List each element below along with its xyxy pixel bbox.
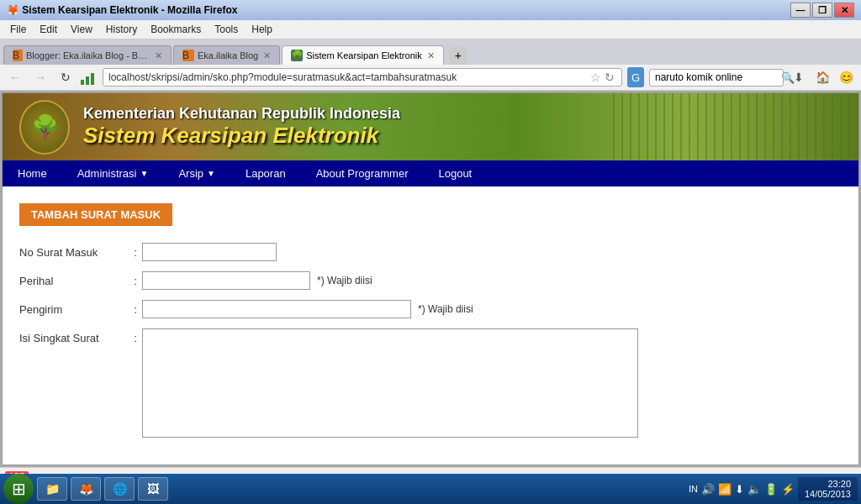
taskbar-firefox-icon: 🦊 (78, 481, 93, 496)
input-pengirim[interactable] (142, 300, 411, 318)
tab-sistem-icon: 🌳 (291, 50, 303, 61)
bookmark-star[interactable]: ☆ (590, 71, 601, 84)
colon-isi-singkat: : (129, 328, 142, 344)
nav-arsip-arrow: ▼ (207, 169, 215, 178)
tab-blogger-icon: B (13, 50, 23, 61)
tab-blogger[interactable]: B Blogger: Eka.ilaika Blog - Buat entri … (3, 45, 172, 65)
nav-laporan[interactable]: Laporan (230, 160, 301, 186)
signal-bar-3 (91, 73, 94, 85)
menu-view[interactable]: View (64, 22, 99, 37)
nav-administrasi-arrow: ▼ (140, 169, 148, 178)
signal-bar-2 (86, 76, 89, 85)
nav-administrasi[interactable]: Administrasi ▼ (62, 160, 164, 186)
download-icon[interactable]: ⬇ (789, 68, 809, 87)
taskbar: ⊞ 📁 🦊 🌐 🖼 IN 🔊 📶 ⬇ 🔈 🔋 ⚡ 23:20 14/05/201… (0, 474, 861, 504)
form-title: TAMBAH SURAT MASUK (19, 203, 172, 226)
textarea-isi-singkat[interactable] (142, 328, 638, 438)
reload-button[interactable]: ↻ (55, 68, 76, 87)
url-bar[interactable]: ☆ ↻ (103, 68, 622, 87)
systray-icon1: 🔊 (701, 483, 715, 496)
forward-button[interactable]: → (30, 68, 50, 87)
menu-file[interactable]: File (3, 22, 33, 37)
home-icon[interactable]: 🏠 (812, 68, 832, 87)
tab-sistem-label: Sistem Kearsipan Elektronik (306, 50, 422, 60)
systray: IN 🔊 📶 ⬇ 🔈 🔋 ⚡ (689, 483, 795, 496)
taskbar-chrome[interactable]: 🌐 (104, 477, 135, 501)
menu-history[interactable]: History (99, 22, 144, 37)
url-input[interactable] (108, 71, 589, 83)
clock-time: 23:20 (805, 479, 851, 489)
url-refresh[interactable]: ↻ (605, 71, 615, 84)
systray-icon6: ⚡ (781, 483, 795, 496)
site-nav: Home Administrasi ▼ Arsip ▼ Laporan Abou… (3, 160, 858, 186)
taskbar-clock: 23:20 14/05/2013 (798, 477, 858, 501)
taskbar-file-manager[interactable]: 📁 (37, 477, 67, 501)
input-no-surat[interactable] (142, 243, 277, 261)
website-frame: 🌳 Kementerian Kehutanan Republik Indones… (2, 92, 859, 465)
browser-logo: 🦊 (7, 4, 19, 16)
tab-eka-close[interactable]: ✕ (263, 50, 271, 61)
nav-arsip[interactable]: Arsip ▼ (163, 160, 230, 186)
start-button[interactable]: ⊞ (3, 474, 34, 504)
systray-icon4: 🔈 (747, 483, 761, 496)
menu-tools[interactable]: Tools (208, 22, 245, 37)
new-tab-button[interactable]: + (449, 46, 467, 65)
search-engine-icon: G (627, 67, 644, 87)
menu-edit[interactable]: Edit (33, 22, 64, 37)
menu-help[interactable]: Help (245, 22, 279, 37)
nav-administrasi-label: Administrasi (77, 167, 137, 180)
nav-arsip-label: Arsip (178, 167, 203, 180)
tab-sistem-close[interactable]: ✕ (427, 50, 435, 61)
tab-eka-icon: B (182, 50, 194, 61)
clock-date: 14/05/2013 (805, 489, 851, 499)
colon-pengirim: : (129, 300, 142, 316)
addressbar: ← → ↻ ☆ ↻ G 🔍 ⬇ 🏠 😊 (0, 65, 861, 91)
label-isi-singkat: Isi Singkat Surat (19, 328, 129, 344)
signal-bar-1 (81, 80, 84, 85)
tab-eka-label: Eka.ilaika Blog (198, 50, 258, 60)
colon-no-surat: : (129, 243, 142, 259)
close-button[interactable]: ✕ (834, 3, 854, 18)
taskbar-firefox[interactable]: 🦊 (71, 477, 101, 501)
nav-home[interactable]: Home (3, 160, 62, 186)
colon-perihal: : (129, 271, 142, 287)
form-row-perihal: Perihal : *) Wajib diisi (19, 271, 842, 290)
form-row-isi-singkat: Isi Singkat Surat : (19, 328, 842, 438)
back-button[interactable]: ← (5, 68, 25, 87)
logo-icon: 🌳 (30, 113, 60, 141)
nav-about[interactable]: About Programmer (301, 160, 424, 186)
tab-blogger-close[interactable]: ✕ (155, 50, 162, 61)
form-row-no-surat: No Surat Masuk : (19, 243, 842, 261)
banner-decoration (606, 93, 858, 160)
tab-sistem[interactable]: 🌳 Sistem Kearsipan Elektronik ✕ (282, 45, 444, 65)
browser-titlebar: 🦊 Sistem Kearsipan Elektronik - Mozilla … (0, 0, 861, 20)
systray-in: IN (689, 484, 698, 494)
required-note-pengirim: *) Wajib diisi (418, 303, 473, 315)
browser-title: Sistem Kearsipan Elektronik - Mozilla Fi… (22, 4, 237, 16)
systray-icon5: 🔋 (764, 483, 778, 496)
window-controls: — ❐ ✕ (790, 3, 854, 18)
tab-blogger-label: Blogger: Eka.ilaika Blog - Buat entri (26, 50, 150, 60)
required-note-perihal: *) Wajib diisi (317, 275, 372, 286)
taskbar-images[interactable]: 🖼 (138, 477, 168, 501)
input-area-isi-singkat (142, 328, 842, 438)
input-area-perihal: *) Wajib diisi (142, 271, 842, 290)
signal-icon (81, 70, 98, 85)
toolbar-icons: ⬇ 🏠 😊 (789, 68, 856, 87)
taskbar-chrome-icon: 🌐 (112, 481, 127, 496)
nav-logout[interactable]: Logout (423, 160, 487, 186)
search-input[interactable] (655, 71, 781, 83)
addon-icon[interactable]: 😊 (836, 68, 856, 87)
label-pengirim: Pengirim (19, 300, 129, 316)
tab-eka[interactable]: B Eka.ilaika Blog ✕ (173, 45, 280, 65)
input-area-no-surat (142, 243, 842, 261)
minimize-button[interactable]: — (790, 3, 811, 18)
menubar: File Edit View History Bookmarks Tools H… (0, 20, 861, 39)
site-main-title: Sistem Kearsipan Elektronik (83, 123, 400, 149)
site-subtitle: Kementerian Kehutanan Republik Indonesia (83, 105, 400, 123)
input-perihal[interactable] (142, 271, 310, 290)
maximize-button[interactable]: ❐ (812, 3, 832, 18)
input-area-pengirim: *) Wajib diisi (142, 300, 842, 318)
search-bar[interactable]: 🔍 (649, 69, 784, 87)
menu-bookmarks[interactable]: Bookmarks (144, 22, 208, 37)
